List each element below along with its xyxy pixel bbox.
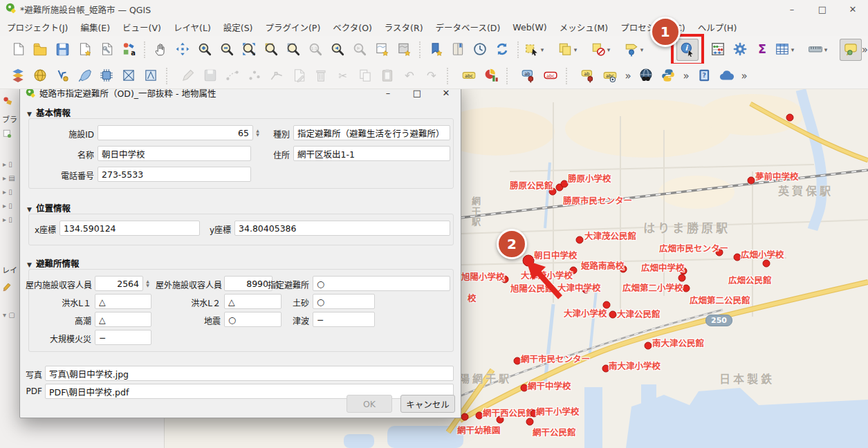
menu-item-12[interactable]: ヘルプ(H) [698, 21, 737, 34]
toolbar-overflow-chevron-button[interactable]: » [621, 70, 635, 82]
select-features-button[interactable]: ▾ [523, 39, 556, 61]
chevron-down-icon[interactable]: ▾ [824, 46, 828, 53]
address-field[interactable] [293, 146, 450, 161]
phone-field[interactable] [98, 167, 251, 182]
style-brush-icon[interactable] [2, 281, 13, 294]
python-console-button[interactable] [657, 65, 679, 87]
section-location-info[interactable]: ▼位置情報 [27, 201, 71, 214]
select-by-form-button[interactable]: ▾ [556, 39, 589, 61]
menu-item-3[interactable]: レイヤ(L) [174, 21, 211, 34]
yumesaki-chugakko-marker[interactable] [748, 177, 755, 185]
ok-button[interactable]: OK [347, 395, 392, 413]
temporal-controller-button[interactable] [469, 39, 491, 61]
show-statistical-summary-button[interactable]: Σ [751, 39, 773, 61]
layer-labeling-button[interactable]: abc [458, 65, 480, 87]
x-coord-field[interactable] [59, 221, 200, 236]
delete-selected-button[interactable] [310, 65, 332, 87]
zoom-full-button[interactable] [238, 39, 260, 61]
save-as-button[interactable] [73, 39, 95, 61]
browser-tree-item[interactable]: ▸ ▯ [3, 188, 12, 196]
cloud-button[interactable] [715, 65, 737, 87]
chevron-down-icon[interactable]: ▾ [791, 46, 795, 53]
section-basic-info[interactable]: ▼基本情報 [27, 106, 71, 119]
add-raster-layer-button[interactable] [29, 65, 51, 87]
aboshi-nishi-kominkan-marker[interactable] [476, 412, 483, 420]
new-shapefile-button[interactable] [118, 65, 140, 87]
modify-attributes-button[interactable] [288, 65, 310, 87]
map-tips-button[interactable] [840, 39, 862, 61]
browser-tree-item[interactable]: ▸ ▤ [3, 174, 15, 182]
hirohata-daini-shogakko-marker[interactable] [683, 285, 690, 292]
maximize-button[interactable]: □ [807, 0, 838, 18]
refresh-button[interactable] [491, 39, 513, 61]
aboshi-kominkan-marker[interactable] [526, 418, 534, 426]
new-project-button[interactable] [7, 39, 29, 61]
new-geopackage-button[interactable] [140, 65, 162, 87]
highlight-labels-button[interactable]: abc [539, 65, 562, 87]
paste-features-button[interactable] [376, 65, 398, 87]
chevron-down-icon[interactable]: ▾ [541, 46, 544, 53]
processing-toolbox-button[interactable] [729, 39, 751, 61]
name-field[interactable] [98, 146, 251, 161]
measure-button[interactable]: ▾ [806, 39, 840, 61]
large-fire-field[interactable] [95, 330, 151, 345]
edge-point-marker[interactable] [786, 114, 794, 122]
asahi-chugakko-marker[interactable] [523, 255, 535, 267]
katsuhara-shogakko-marker[interactable] [561, 180, 569, 188]
toggle-editing-button[interactable] [177, 65, 199, 87]
tsunami-field[interactable] [313, 312, 375, 327]
chevron-down-icon[interactable]: ▾ [607, 46, 611, 53]
menu-item-4[interactable]: 設定(S) [223, 21, 253, 34]
cut-features-button[interactable]: ✂ [332, 65, 354, 87]
menu-item-1[interactable]: 編集(E) [80, 21, 110, 34]
open-project-button[interactable] [29, 39, 51, 61]
layer-diagram-button[interactable] [480, 65, 502, 87]
zoom-in-button[interactable] [194, 39, 216, 61]
copy-features-button[interactable] [354, 65, 376, 87]
chevron-down-icon[interactable]: ▾ [574, 46, 578, 53]
add-mesh-layer-button[interactable] [95, 65, 118, 87]
pdf-field[interactable] [45, 384, 454, 399]
layers-tree-item[interactable]: ▾ ▢ [3, 311, 15, 319]
undo-button[interactable]: ↶ [398, 65, 421, 87]
annotation-button[interactable] [73, 65, 95, 87]
zoom-out-button[interactable] [216, 39, 238, 61]
new-map-view-button[interactable] [371, 39, 393, 61]
close-button[interactable]: ✕ [838, 0, 868, 18]
toolbar-overflow-chevron-button[interactable]: » [862, 44, 868, 56]
save-project-button[interactable] [51, 39, 73, 61]
save-edits-button[interactable] [199, 65, 221, 87]
photo-field[interactable] [45, 366, 454, 381]
otsumo-kominkan-marker[interactable] [576, 236, 584, 244]
hirohata-shogakko-marker[interactable] [734, 254, 741, 261]
zoom-next-button[interactable] [349, 39, 371, 61]
indoor-capacity-spinner[interactable]: ▲▼ [143, 276, 152, 291]
zoom-to-selection-button[interactable] [260, 39, 282, 61]
section-shelter-info[interactable]: ▼避難所情報 [27, 256, 79, 270]
aboshi-shimin-center-marker[interactable] [514, 357, 521, 365]
storm-surge-field[interactable] [95, 312, 151, 327]
redo-button[interactable]: ↷ [421, 65, 443, 87]
browser-tree-item[interactable]: ▸ ▯ [3, 202, 12, 209]
attribute-table-button[interactable]: ▾ [773, 39, 806, 61]
menu-item-9[interactable]: Web(W) [513, 22, 546, 32]
statistics-button[interactable] [707, 39, 729, 61]
digitize-button[interactable] [221, 65, 243, 87]
hirohata-kominkan-marker[interactable] [763, 260, 770, 268]
select-by-location-button[interactable]: ▾ [622, 39, 656, 61]
show-bookmarks-button[interactable] [447, 39, 469, 61]
pan-map-button[interactable] [149, 39, 172, 61]
vertex-tool-button[interactable] [266, 65, 288, 87]
menu-item-10[interactable]: メッシュ(M) [560, 21, 609, 34]
y-coord-field[interactable] [234, 221, 450, 236]
menu-item-6[interactable]: ベクタ(O) [333, 21, 372, 34]
zoom-last-button[interactable] [326, 39, 349, 61]
nominatim-search-button[interactable] [635, 65, 657, 87]
flood-l1-field[interactable] [95, 294, 151, 309]
cancel-button[interactable]: キャンセル [400, 395, 455, 413]
chevron-down-icon[interactable]: ▾ [640, 46, 644, 53]
minami-otsu-kominkan-marker[interactable] [645, 342, 652, 350]
designated-field[interactable] [313, 276, 450, 291]
show-hidden-labels-button[interactable]: abc [599, 65, 621, 87]
add-point-button[interactable] [243, 65, 266, 87]
